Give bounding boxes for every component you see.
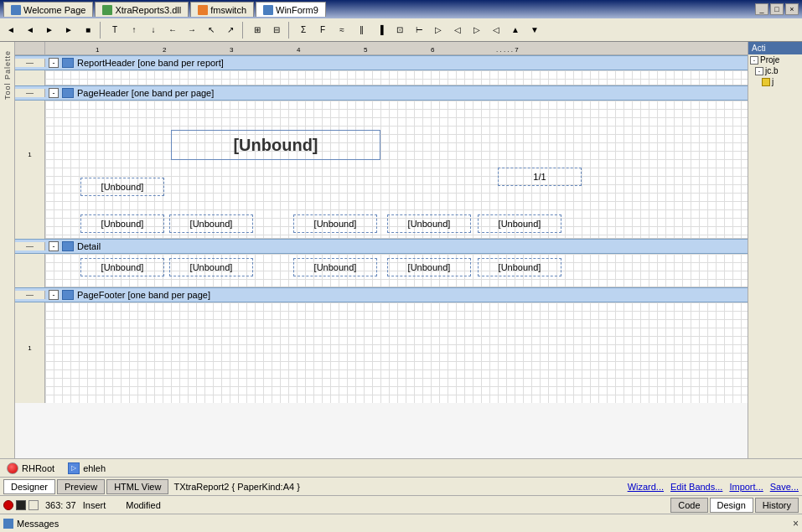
tb-btn-18[interactable]: ‖ — [352, 21, 370, 39]
band-body-rh[interactable] — [45, 70, 748, 85]
tab-html-view[interactable]: HTML View — [106, 479, 168, 494]
ruler-body: 1 2 3 4 5 6 . . . . . 7 — [45, 42, 748, 54]
tb-btn-16[interactable]: F — [313, 21, 332, 39]
tb-btn-22[interactable]: ▷ — [429, 21, 448, 39]
tb-btn-12[interactable]: ↗ — [221, 21, 240, 39]
tb-btn-7[interactable]: ↑ — [125, 21, 143, 39]
step-btn[interactable] — [28, 500, 39, 510]
band-body-pf[interactable] — [45, 302, 748, 403]
cursor-position: 363: 37 — [45, 500, 76, 510]
tab-welcome-page[interactable]: Welcome Page — [3, 2, 93, 17]
user-area: RHRoot ▷ ehleh — [0, 458, 802, 477]
detail-unbound-2[interactable]: [Unbound] — [169, 258, 253, 276]
page-number-element[interactable]: 1/1 — [498, 168, 582, 186]
tab-strip: Welcome Page XtraReports3.dll fmswitch W… — [3, 2, 326, 17]
detail-unbound-5[interactable]: [Unbound] — [478, 258, 561, 276]
tb-btn-15[interactable]: Σ — [294, 21, 313, 39]
tb-btn-19[interactable]: ▐ — [371, 21, 390, 39]
messages-label: Messages — [17, 519, 59, 529]
tb-btn-20[interactable]: ⊡ — [391, 21, 409, 39]
tab-designer[interactable]: Designer — [3, 479, 55, 494]
unbound-5[interactable]: [Unbound] — [387, 214, 471, 233]
report-title-element[interactable]: [Unbound] — [171, 130, 380, 160]
tb-btn-5[interactable]: ■ — [79, 21, 97, 39]
explorer-item-j[interactable]: j — [748, 76, 802, 87]
tab-preview[interactable]: Preview — [57, 479, 105, 494]
tb-btn-8[interactable]: ↓ — [144, 21, 163, 39]
tab-winform9[interactable]: WinForm9 — [256, 2, 326, 17]
explorer-item-jcb[interactable]: - jc.b — [748, 65, 802, 76]
folder-icon-j — [762, 78, 770, 86]
explorer-item-proje[interactable]: - Proje — [748, 54, 802, 65]
tb-btn-26[interactable]: ▲ — [506, 21, 525, 39]
band-body-ph-row: 1 [Unbound] 1/1 — [15, 101, 748, 239]
restore-btn[interactable]: □ — [770, 3, 784, 15]
close-btn[interactable]: × — [785, 3, 799, 15]
tb-btn-10[interactable]: → — [183, 21, 201, 39]
band-title-content-detail: - Detail — [45, 241, 748, 251]
pf-type-icon — [62, 290, 74, 300]
band-title-content-rh: - ReportHeader [one band per report] — [45, 58, 748, 68]
tb-btn-23[interactable]: ◁ — [448, 21, 467, 39]
stop-btn[interactable] — [16, 500, 26, 510]
collapse-pf[interactable]: - — [49, 290, 59, 300]
tab-history[interactable]: History — [755, 498, 799, 513]
detail-type-icon — [62, 241, 74, 251]
tb-btn-1[interactable]: ◄ — [2, 21, 20, 39]
tb-btn-6[interactable]: T — [106, 21, 124, 39]
rh-type-icon — [62, 58, 74, 68]
detail-unbound-1[interactable]: [Unbound] — [80, 258, 164, 276]
link-save[interactable]: Save... — [770, 482, 799, 492]
tb-btn-24[interactable]: ▷ — [468, 21, 486, 39]
band-body-detail-row: [Unbound] [Unbound] [Unbound] [Unbound] — [15, 254, 748, 287]
messages-close[interactable]: × — [793, 518, 799, 529]
tab-xtrareports[interactable]: XtraReports3.dll — [95, 2, 189, 17]
tb-btn-11[interactable]: ↖ — [202, 21, 220, 39]
tb-btn-17[interactable]: ≈ — [333, 21, 351, 39]
edit-mode: Insert — [83, 500, 106, 510]
explorer-header: Acti — [748, 42, 802, 54]
band-body-ph[interactable]: [Unbound] 1/1 [Unbound] — [45, 101, 748, 239]
messages-bar: Messages × — [0, 514, 802, 532]
link-wizard[interactable]: Wizard... — [628, 482, 664, 492]
tb-btn-25[interactable]: ◁ — [487, 21, 505, 39]
unbound-3[interactable]: [Unbound] — [169, 214, 253, 233]
tb-btn-4[interactable]: ► — [60, 21, 78, 39]
unbound-6[interactable]: [Unbound] — [478, 214, 561, 233]
collapse-detail[interactable]: - — [49, 241, 59, 251]
expand-icon-proje[interactable]: - — [750, 56, 758, 65]
fmswitch-icon — [198, 5, 208, 15]
band-body-detail[interactable]: [Unbound] [Unbound] [Unbound] [Unbound] — [45, 254, 748, 287]
winform-icon — [263, 5, 273, 15]
tb-btn-21[interactable]: ⊢ — [410, 21, 428, 39]
tb-btn-9[interactable]: ← — [163, 21, 182, 39]
tab-code[interactable]: Code — [670, 498, 707, 513]
toolbar-row-1: ◄ ◄ ► ► ■ T ↑ ↓ ← → ↖ ↗ ⊞ ⊟ Σ F ≈ ‖ ▐ ⊡ … — [0, 18, 802, 42]
band-side-ph: 1 — [15, 101, 45, 239]
unbound-2[interactable]: [Unbound] — [80, 214, 164, 233]
link-edit-bands[interactable]: Edit Bands... — [670, 482, 722, 492]
user-ehleh: ▷ ehleh — [68, 462, 106, 474]
tb-btn-2[interactable]: ◄ — [21, 21, 39, 39]
detail-unbound-4[interactable]: [Unbound] — [387, 258, 471, 276]
band-body-rh-row — [15, 70, 748, 85]
statusbar: 363: 37 Insert Modified Code Design Hist… — [0, 495, 802, 514]
minimize-btn[interactable]: _ — [755, 3, 768, 15]
tab-design[interactable]: Design — [710, 498, 753, 513]
collapse-ph[interactable]: - — [49, 88, 59, 98]
tab-fmswitch[interactable]: fmswitch — [190, 2, 254, 17]
link-import[interactable]: Import... — [729, 482, 763, 492]
collapse-rh[interactable]: - — [49, 58, 59, 68]
unbound-4[interactable]: [Unbound] — [293, 214, 377, 233]
tb-btn-3[interactable]: ► — [40, 21, 59, 39]
tb-btn-27[interactable]: ▼ — [525, 21, 544, 39]
band-title-content-ph: - PageHeader [one band per page] — [45, 88, 748, 98]
unbound-1[interactable]: [Unbound] — [80, 178, 164, 196]
detail-unbound-3[interactable]: [Unbound] — [293, 258, 377, 276]
tb-btn-13[interactable]: ⊞ — [248, 21, 266, 39]
record-dot[interactable] — [3, 500, 13, 510]
expand-icon-jcb[interactable]: - — [755, 67, 763, 75]
ruler-corner — [15, 42, 45, 54]
report-info: TXtraReport2 { PaperKind:A4 } — [173, 482, 299, 492]
tb-btn-14[interactable]: ⊟ — [267, 21, 286, 39]
